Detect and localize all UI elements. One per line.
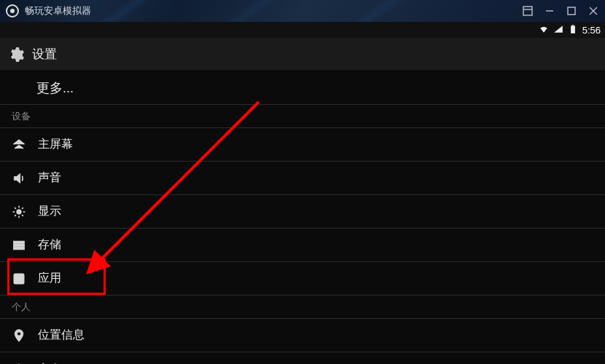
close-button[interactable] — [588, 5, 599, 17]
svg-rect-0 — [523, 7, 532, 15]
home-icon — [12, 138, 26, 152]
wifi-icon — [539, 24, 549, 36]
more-label: 更多... — [36, 79, 74, 97]
settings-header: 设置 — [0, 38, 605, 71]
maximize-button[interactable] — [566, 5, 577, 17]
brightness-icon — [12, 205, 26, 219]
battery-icon — [568, 24, 578, 36]
location-icon — [12, 328, 26, 343]
header-title: 设置 — [32, 46, 57, 63]
row-display[interactable]: 显示 — [0, 195, 605, 229]
row-sound[interactable]: 声音 — [0, 162, 605, 195]
row-security-label: 安全 — [38, 362, 61, 365]
android-statusbar: 5:56 — [0, 22, 605, 38]
status-time: 5:56 — [582, 25, 601, 36]
gear-icon — [7, 46, 25, 63]
row-home[interactable]: 主屏幕 — [0, 128, 605, 162]
svg-line-15 — [15, 215, 16, 216]
window-controls — [522, 5, 599, 17]
row-apps-label: 应用 — [38, 271, 61, 286]
svg-rect-18 — [14, 244, 25, 246]
row-display-label: 显示 — [38, 204, 61, 219]
section-device-label: 设备 — [12, 110, 31, 123]
section-personal-label: 个人 — [12, 301, 31, 314]
more-row[interactable]: 更多... — [0, 71, 605, 105]
section-personal: 个人 — [0, 296, 605, 319]
window-title: 畅玩安卓模拟器 — [25, 4, 522, 17]
storage-icon — [12, 238, 26, 253]
window-titlebar: 畅玩安卓模拟器 — [0, 0, 605, 22]
app-logo-icon — [6, 4, 19, 17]
section-device: 设备 — [0, 105, 605, 128]
svg-line-13 — [15, 207, 16, 209]
svg-line-16 — [22, 207, 23, 209]
row-security[interactable]: 安全 — [0, 352, 605, 364]
svg-rect-3 — [568, 7, 575, 15]
row-apps[interactable]: 应用 — [0, 262, 605, 296]
row-home-label: 主屏幕 — [38, 137, 73, 152]
row-location-label: 位置信息 — [38, 328, 85, 343]
svg-rect-17 — [14, 241, 25, 243]
row-sound-label: 声音 — [38, 170, 61, 186]
apps-icon — [12, 272, 26, 286]
svg-point-8 — [17, 209, 22, 214]
row-location[interactable]: 位置信息 — [0, 319, 605, 352]
svg-line-14 — [22, 215, 23, 216]
svg-rect-6 — [571, 25, 575, 33]
signal-icon — [553, 24, 563, 36]
speaker-icon — [12, 171, 26, 186]
svg-rect-7 — [572, 25, 574, 25]
settings-list: 更多... 设备 主屏幕 声音 显示 存储 应用 个人 — [0, 71, 605, 364]
svg-rect-19 — [14, 247, 25, 249]
row-storage-label: 存储 — [38, 237, 61, 253]
minimize-button[interactable] — [544, 5, 555, 17]
row-storage[interactable]: 存储 — [0, 229, 605, 262]
window-menu-button[interactable] — [522, 5, 534, 17]
